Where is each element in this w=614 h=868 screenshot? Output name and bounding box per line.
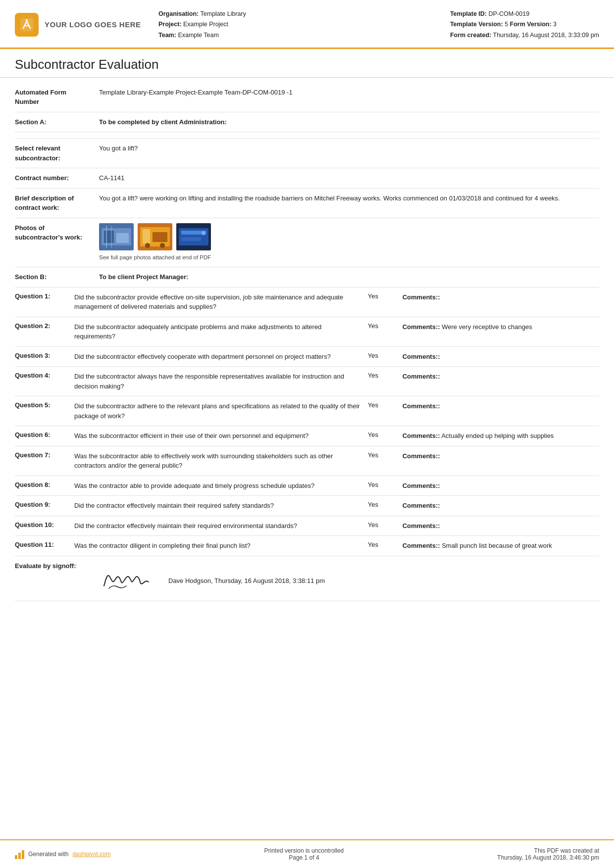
question-comments-9: Comments::: [403, 501, 599, 511]
question-label-10: Question 10:: [15, 521, 74, 529]
question-comments-1: Comments::: [403, 292, 599, 302]
svg-point-12: [145, 243, 150, 248]
section-b-row: Section B: To be client Project Manager:: [15, 267, 599, 288]
footer: Generated with dashpivot.com Printed ver…: [0, 839, 614, 868]
questions-container: Question 1:Did the subcontractor provide…: [15, 288, 599, 556]
form-number-row: Automated Form Number Template Library-E…: [15, 83, 599, 112]
template-version-label: Template Version:: [450, 21, 503, 28]
uncontrolled-text: Printed version is uncontrolled: [264, 847, 344, 854]
question-row-3: Question 3:Did the subcontractor effecti…: [15, 347, 599, 367]
section-b-value: To be client Project Manager:: [99, 272, 599, 282]
question-text-11: Was the contractor diligent in completin…: [74, 541, 368, 551]
question-answer-2: Yes: [368, 322, 403, 330]
team-value: Example Team: [178, 32, 218, 39]
form-created-label: Form created:: [450, 32, 491, 39]
photo-thumb-3: [176, 223, 211, 250]
question-answer-10: Yes: [368, 521, 403, 529]
doc-title-bar: Subcontractor Evaluation: [0, 49, 614, 78]
footer-right: This PDF was created at Thursday, 16 Aug…: [497, 847, 599, 861]
question-answer-4: Yes: [368, 372, 403, 379]
pdf-created-label: This PDF was created at: [497, 847, 599, 854]
logo-icon: [15, 13, 39, 37]
signature-svg: [99, 566, 154, 596]
section-a-row: Section A: To be completed by client Adm…: [15, 112, 599, 133]
form-number-label: Automated Form Number: [15, 88, 99, 107]
doc-title: Subcontractor Evaluation: [15, 57, 599, 72]
question-comments-11: Comments:: Small punch list because of g…: [403, 541, 599, 551]
template-id-value: DP-COM-0019: [488, 10, 529, 17]
form-version-value: 3: [553, 21, 557, 28]
svg-point-1: [26, 19, 28, 21]
question-text-3: Did the subcontractor effectively cooper…: [74, 352, 368, 362]
subcontractor-label: Select relevant subcontractor:: [15, 144, 99, 163]
question-label-6: Question 6:: [15, 431, 74, 438]
question-text-5: Did the subcontractor adhere to the rele…: [74, 401, 368, 421]
question-comments-10: Comments::: [403, 521, 599, 531]
question-comments-5: Comments::: [403, 401, 599, 411]
bar-chart-icon: [15, 849, 24, 859]
evaluate-row: Evaluate by signoff: Dave Hodgson, Thurs…: [15, 556, 599, 601]
svg-rect-11: [153, 232, 167, 242]
logo-text: YOUR LOGO GOES HERE: [45, 20, 141, 29]
question-label-9: Question 9:: [15, 501, 74, 508]
question-label-11: Question 11:: [15, 541, 74, 548]
contract-label: Contract number:: [15, 173, 99, 183]
brief-desc-row: Brief description of contract work: You …: [15, 189, 599, 218]
svg-rect-5: [116, 233, 129, 243]
team-label: Team:: [158, 32, 176, 39]
question-label-4: Question 4:: [15, 372, 74, 379]
question-row-10: Question 10:Did the contractor effective…: [15, 516, 599, 536]
question-row-6: Question 6:Was the subcontractor efficie…: [15, 426, 599, 446]
photos-value: See full page photos attached at end of …: [99, 223, 599, 262]
header-meta: Organisation: Template Library Project: …: [158, 9, 599, 41]
photo-caption: See full page photos attached at end of …: [99, 253, 599, 262]
pdf-date: Thursday, 16 August 2018, 3:46:30 pm: [497, 854, 599, 861]
svg-rect-4: [104, 231, 114, 243]
question-comments-7: Comments::: [403, 451, 599, 461]
question-comments-2: Comments:: Were very receptive to change…: [403, 322, 599, 332]
project-label: Project:: [158, 21, 182, 28]
svg-rect-10: [143, 229, 150, 244]
question-label-5: Question 5:: [15, 401, 74, 409]
question-label-3: Question 3:: [15, 352, 74, 359]
question-row-11: Question 11:Was the contractor diligent …: [15, 536, 599, 556]
question-answer-3: Yes: [368, 352, 403, 359]
svg-rect-17: [181, 237, 201, 241]
question-label-7: Question 7:: [15, 451, 74, 459]
question-row-9: Question 9:Did the contractor effectivel…: [15, 496, 599, 516]
question-row-4: Question 4:Did the subcontractor always …: [15, 367, 599, 396]
signature-area: Dave Hodgson, Thursday, 16 August 2018, …: [99, 561, 599, 596]
question-row-5: Question 5:Did the subcontractor adhere …: [15, 396, 599, 426]
subcontractor-value: You got a lift?: [99, 144, 599, 153]
question-row-8: Question 8:Was the contractor able to pr…: [15, 476, 599, 496]
photo-thumb-1: [99, 223, 134, 250]
form-created-value: Thursday, 16 August 2018, 3:33:09 pm: [493, 32, 600, 39]
question-text-9: Did the contractor effectively maintain …: [74, 501, 368, 511]
header: YOUR LOGO GOES HERE Organisation: Templa…: [0, 0, 614, 49]
footer-center: Printed version is uncontrolled Page 1 o…: [264, 847, 344, 861]
section-b-label: Section B:: [15, 272, 99, 282]
content: Automated Form Number Template Library-E…: [0, 78, 614, 839]
question-text-6: Was the subcontractor efficient in their…: [74, 431, 368, 441]
project-value: Example Project: [183, 21, 228, 28]
svg-point-18: [202, 231, 205, 235]
form-number-value: Template Library-Example Project-Example…: [99, 88, 599, 97]
question-label-2: Question 2:: [15, 322, 74, 330]
question-text-8: Was the contractor able to provide adequ…: [74, 481, 368, 491]
footer-left: Generated with dashpivot.com: [15, 849, 111, 859]
brief-desc-label: Brief description of contract work:: [15, 193, 99, 213]
photo-thumb-2: [138, 223, 172, 250]
question-answer-8: Yes: [368, 481, 403, 488]
question-comments-4: Comments::: [403, 372, 599, 382]
section-a-value: To be completed by client Administration…: [99, 117, 599, 127]
question-comments-6: Comments:: Actually ended up helping wit…: [403, 431, 599, 441]
org-value: Template Library: [201, 10, 246, 17]
question-answer-11: Yes: [368, 541, 403, 548]
section-a-label: Section A:: [15, 117, 99, 127]
page: YOUR LOGO GOES HERE Organisation: Templa…: [0, 0, 614, 868]
dashpivot-link[interactable]: dashpivot.com: [72, 851, 110, 858]
generated-text: Generated with: [28, 851, 68, 858]
contract-row: Contract number: CA-1141: [15, 168, 599, 189]
contract-value: CA-1141: [99, 173, 599, 183]
header-meta-right: Template ID: DP-COM-0019 Template Versio…: [450, 9, 599, 41]
